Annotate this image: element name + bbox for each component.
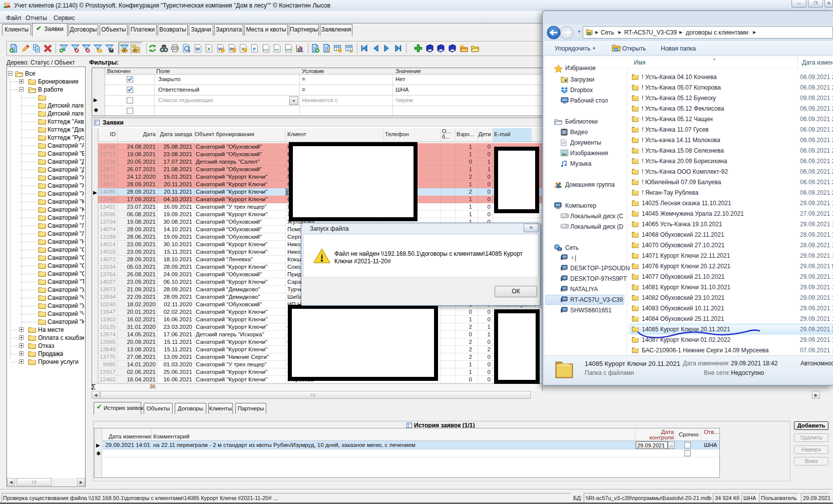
svg-text:e: e [253,46,256,52]
svg-text:W: W [196,47,200,52]
svg-text:csv: csv [263,48,269,51]
svg-text:X: X [207,47,210,52]
svg-text:txt: txt [275,48,278,51]
svg-text:xml: xml [286,48,291,51]
